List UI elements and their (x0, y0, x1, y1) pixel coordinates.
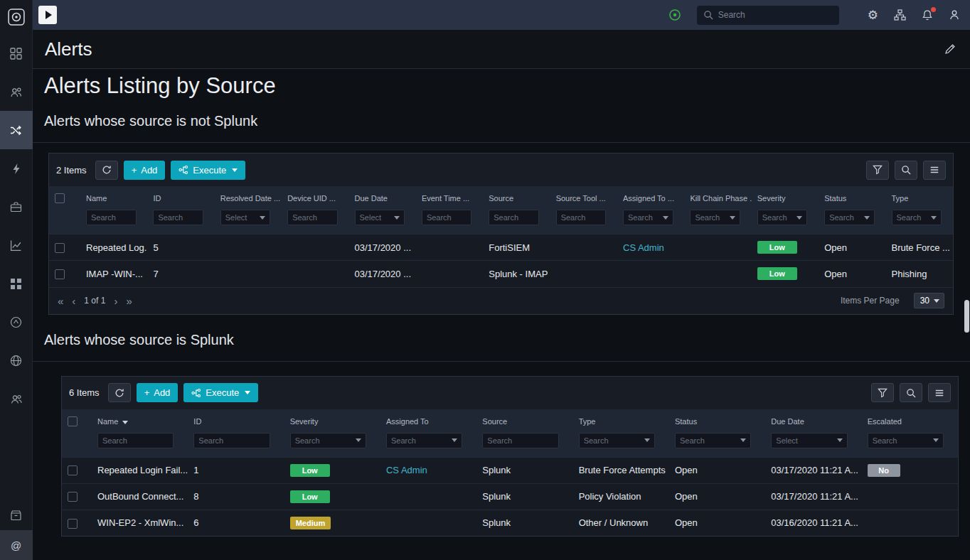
column-header-source[interactable]: Source (476, 409, 572, 428)
filter-kill-chain-select[interactable]: Search (690, 210, 740, 225)
refresh-button[interactable] (108, 383, 131, 402)
column-header-type[interactable]: Type (886, 186, 954, 205)
filter-source-input[interactable] (489, 210, 539, 225)
column-header-name[interactable]: Name (80, 186, 147, 205)
column-header-source-tool[interactable]: Source Tool ... (550, 186, 617, 205)
filter-event-time-input[interactable] (422, 210, 472, 225)
first-page-icon[interactable]: « (58, 296, 63, 306)
system-health-icon[interactable] (668, 9, 681, 21)
sidebar-item-incidents[interactable] (0, 188, 33, 226)
column-header-severity[interactable]: Severity (752, 186, 819, 205)
filter-button[interactable] (871, 383, 894, 402)
table-search-button[interactable] (895, 161, 917, 180)
prev-page-icon[interactable]: ‹ (72, 296, 75, 306)
refresh-button[interactable] (95, 161, 118, 180)
filter-due-date-select[interactable]: Select (771, 433, 847, 448)
sidebar-item-automation[interactable] (0, 149, 33, 188)
column-header-resolved-date[interactable]: Resolved Date ... (215, 186, 282, 205)
column-header-escalated[interactable]: Escalated (862, 409, 958, 428)
filter-severity-select[interactable]: Search (757, 210, 808, 225)
filter-source-input[interactable] (482, 433, 558, 448)
user-profile-icon[interactable] (949, 9, 960, 21)
table-search-button[interactable] (900, 383, 922, 402)
sidebar-item-content-hub[interactable] (0, 500, 33, 530)
sidebar-item-threat-intel[interactable] (0, 303, 33, 341)
row-checkbox[interactable] (55, 269, 65, 279)
filter-resolved-date-select[interactable]: Select (220, 210, 271, 225)
add-button[interactable]: +Add (137, 383, 178, 402)
column-header-name[interactable]: Name (92, 409, 188, 428)
column-header-source[interactable]: Source (483, 186, 550, 205)
filter-escalated-select[interactable]: Search (868, 433, 944, 448)
filter-name-input[interactable] (86, 210, 137, 225)
execute-button[interactable]: Execute (183, 383, 258, 402)
sidebar-item-queues[interactable] (0, 72, 33, 111)
table-menu-button[interactable] (928, 383, 951, 402)
app-logo[interactable] (0, 0, 33, 34)
table-row[interactable]: OutBound Connect... 8 Low Splunk Policy … (62, 483, 958, 510)
sidebar-item-reports[interactable] (0, 226, 33, 264)
table-row[interactable]: WIN-EP2 - XmlWin... 6 Medium Splunk Othe… (62, 510, 958, 536)
sidebar-toggle-button[interactable] (38, 6, 57, 24)
filter-type-select[interactable]: Search (892, 210, 942, 225)
filter-assigned-to-select[interactable]: Search (623, 210, 673, 225)
filter-assigned-to-select[interactable]: Search (386, 433, 462, 448)
column-header-event-time[interactable]: Event Time ... (416, 186, 483, 205)
select-all-checkbox[interactable] (55, 193, 65, 203)
filter-type-select[interactable]: Search (579, 433, 655, 448)
filter-due-date-select[interactable]: Select (355, 210, 405, 225)
column-header-id[interactable]: ID (147, 186, 214, 205)
sidebar-item-dashboard[interactable] (0, 34, 33, 72)
sidebar-item-connectors[interactable] (0, 341, 33, 379)
row-checkbox[interactable] (68, 465, 78, 475)
filter-device-uid-input[interactable] (287, 210, 338, 225)
sidebar-item-playbooks[interactable] (0, 111, 33, 149)
column-header-assigned-to[interactable]: Assigned To ... (617, 186, 684, 205)
column-header-device-uid[interactable]: Device UID ... (282, 186, 348, 205)
execute-button[interactable]: Execute (171, 161, 245, 180)
items-per-page-select[interactable]: 30 (914, 293, 944, 308)
column-header-assigned-to[interactable]: Assigned To (380, 409, 476, 428)
filter-status-select[interactable]: Search (675, 433, 751, 448)
column-header-due-date[interactable]: Due Date (349, 186, 416, 205)
filter-button[interactable] (866, 161, 889, 180)
add-button[interactable]: +Add (124, 161, 166, 180)
lightning-icon (11, 163, 21, 175)
filter-id-input[interactable] (193, 433, 270, 448)
filter-name-input[interactable] (97, 433, 174, 448)
select-all-checkbox[interactable] (68, 416, 78, 426)
table-menu-button[interactable] (923, 161, 946, 180)
filter-source-tool-input[interactable] (556, 210, 607, 225)
table-row[interactable]: Repeated Log... 5 03/17/2020 ... FortiSI… (49, 235, 953, 261)
notifications-bell-icon[interactable] (922, 9, 933, 21)
next-page-icon[interactable]: › (114, 296, 117, 306)
scrollbar[interactable] (964, 30, 970, 560)
sitemap-icon[interactable] (894, 9, 906, 21)
column-header-status[interactable]: Status (819, 186, 885, 205)
column-header-id[interactable]: ID (188, 409, 284, 428)
global-search-input[interactable] (718, 10, 825, 20)
sidebar-item-mentions[interactable]: @ (0, 530, 33, 560)
last-page-icon[interactable]: » (126, 296, 132, 306)
global-search[interactable] (697, 6, 839, 25)
filter-severity-select[interactable]: Search (290, 433, 366, 448)
column-header-type[interactable]: Type (573, 409, 669, 428)
column-header-kill-chain[interactable]: Kill Chain Phase .. (684, 186, 751, 205)
edit-pencil-icon[interactable] (944, 43, 956, 55)
table-row[interactable]: Repeated Login Fail... 1 Low CS Admin Sp… (62, 457, 958, 483)
assigned-to-link[interactable]: CS Admin (623, 242, 664, 253)
column-header-severity[interactable]: Severity (284, 409, 380, 428)
column-header-status[interactable]: Status (669, 409, 765, 428)
column-header-due-date[interactable]: Due Date (765, 409, 861, 428)
sidebar-item-widgets[interactable] (0, 264, 33, 303)
sidebar-item-users[interactable] (0, 379, 33, 418)
scrollbar-thumb[interactable] (964, 300, 969, 333)
row-checkbox[interactable] (55, 243, 65, 253)
filter-status-select[interactable]: Search (824, 210, 875, 225)
row-checkbox[interactable] (68, 492, 78, 502)
row-checkbox[interactable] (68, 519, 78, 529)
settings-gear-icon[interactable]: ⚙ (868, 9, 878, 21)
table-row[interactable]: IMAP -WIN-... 7 03/17/2020 ... Splunk - … (49, 261, 953, 287)
assigned-to-link[interactable]: CS Admin (386, 465, 427, 475)
filter-id-input[interactable] (153, 210, 203, 225)
